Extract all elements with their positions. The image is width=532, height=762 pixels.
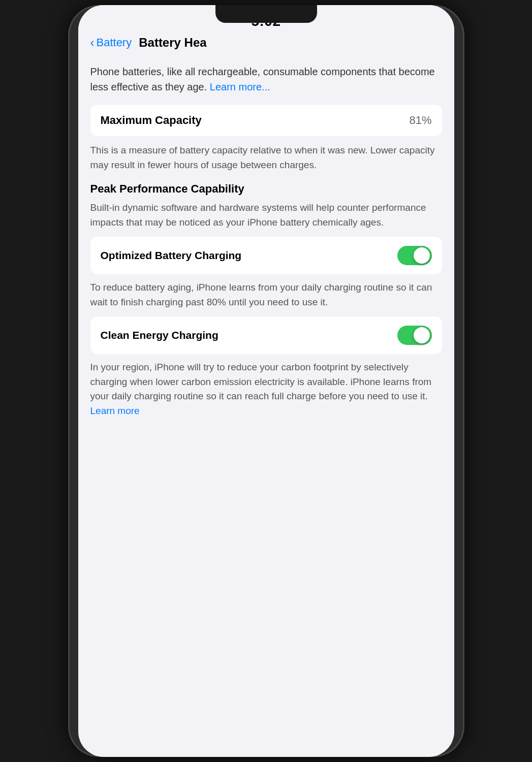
clean-energy-label: Clean Energy Charging	[101, 329, 218, 341]
capacity-row: Maximum Capacity 81%	[101, 114, 432, 127]
phone-screen: 5:02 ‹ Battery Battery Hea Phone batteri…	[78, 5, 454, 757]
optimized-charging-card: Optimized Battery Charging	[90, 237, 442, 274]
toggle-knob	[414, 247, 430, 264]
capacity-description: This is a measure of battery capacity re…	[90, 143, 442, 172]
peak-performance-description: Built-in dynamic software and hardware s…	[90, 201, 442, 230]
back-chevron-icon: ‹	[90, 36, 95, 50]
clean-energy-toggle-knob	[414, 327, 430, 343]
optimized-charging-toggle-row: Optimized Battery Charging	[101, 246, 432, 265]
nav-bar: ‹ Battery Battery Hea	[78, 30, 454, 56]
clean-energy-learn-more-link[interactable]: Learn more	[90, 405, 140, 416]
clean-energy-toggle[interactable]	[397, 326, 432, 345]
back-label: Battery	[97, 36, 132, 49]
clean-energy-toggle-row: Clean Energy Charging	[101, 326, 432, 345]
peak-performance-title: Peak Performance Capability	[90, 172, 442, 201]
notch	[215, 5, 317, 23]
optimized-charging-label: Optimized Battery Charging	[101, 249, 242, 262]
capacity-value: 81%	[409, 114, 431, 127]
back-button[interactable]: ‹ Battery	[90, 36, 132, 50]
optimized-charging-toggle[interactable]	[397, 246, 432, 265]
capacity-label: Maximum Capacity	[101, 114, 202, 127]
optimized-charging-description: To reduce battery aging, iPhone learns f…	[90, 280, 442, 309]
content-area: Phone batteries, like all rechargeable, …	[78, 56, 454, 752]
intro-description: Phone batteries, like all rechargeable, …	[90, 56, 442, 105]
maximum-capacity-card: Maximum Capacity 81%	[90, 105, 442, 136]
clean-energy-card: Clean Energy Charging	[90, 316, 442, 354]
phone-frame: 5:02 ‹ Battery Battery Hea Phone batteri…	[68, 5, 464, 757]
page-title: Battery Hea	[139, 36, 206, 50]
clean-energy-description: In your region, iPhone will try to reduc…	[90, 360, 442, 418]
intro-learn-more-link[interactable]: Learn more...	[210, 81, 270, 92]
